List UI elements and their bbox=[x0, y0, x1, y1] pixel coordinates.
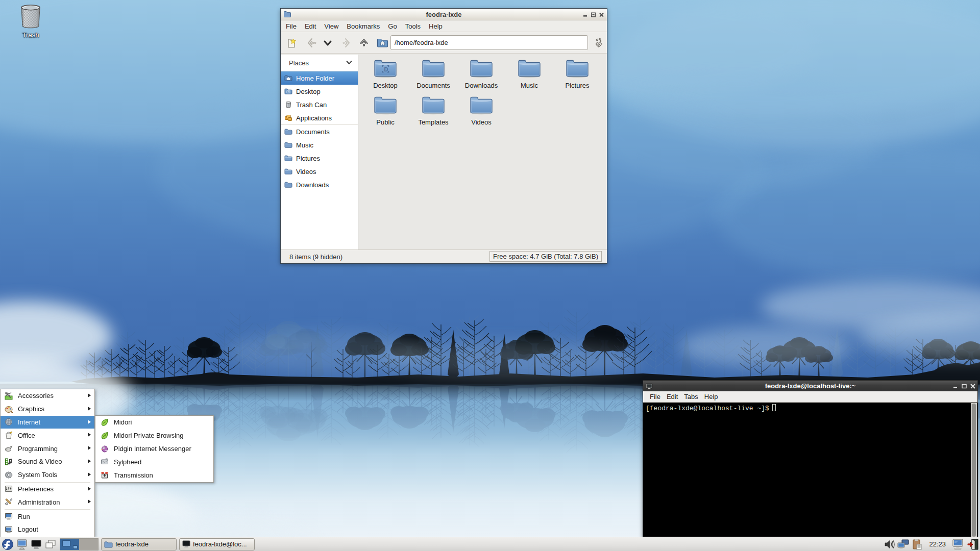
svg-text:D: D bbox=[384, 66, 388, 72]
